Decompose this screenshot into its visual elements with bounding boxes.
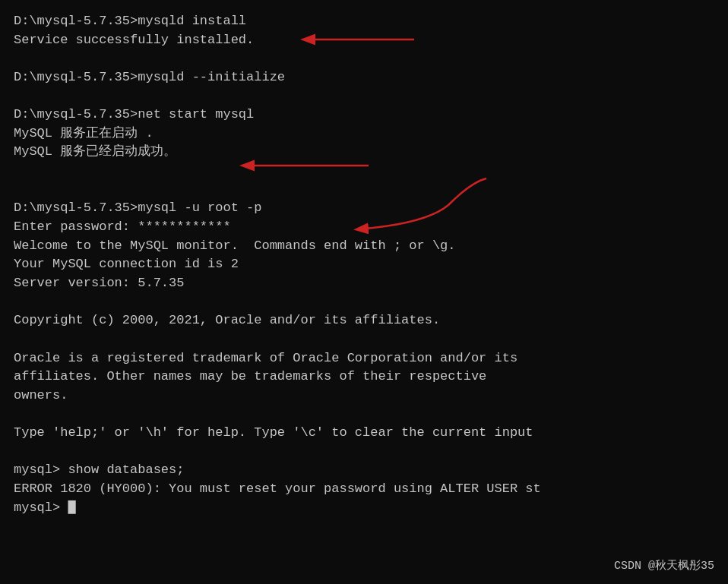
watermark: CSDN @秋天枫彤35 [614, 558, 714, 575]
terminal-line: MySQL 服务正在启动 . [14, 125, 714, 144]
arrow3 [350, 175, 502, 235]
terminal-line: Server version: 5.7.35 [14, 274, 714, 293]
terminal-line: Type 'help;' or '\h' for help. Type '\c'… [14, 424, 714, 443]
terminal-line: Copyright (c) 2000, 2021, Oracle and/or … [14, 311, 714, 330]
terminal-line [14, 87, 714, 106]
terminal-line: Your MySQL connection id is 2 [14, 255, 714, 274]
terminal-line [14, 443, 714, 462]
terminal-line: ERROR 1820 (HY000): You must reset your … [14, 480, 714, 499]
terminal-line [14, 330, 714, 349]
terminal-line [14, 293, 714, 312]
terminal-output: D:\mysql-5.7.35>mysqld installService su… [14, 12, 714, 517]
terminal-line: owners. [14, 387, 714, 406]
terminal-line: D:\mysql-5.7.35>mysqld --initialize [14, 68, 714, 87]
terminal-line: mysql> show databases; [14, 461, 714, 480]
terminal-window: D:\mysql-5.7.35>mysqld installService su… [0, 0, 728, 584]
terminal-line: Welcome to the MySQL monitor. Commands e… [14, 237, 714, 256]
terminal-line: mysql> █ [14, 499, 714, 518]
terminal-line [14, 405, 714, 424]
terminal-line: Oracle is a registered trademark of Orac… [14, 349, 714, 368]
terminal-line: affiliates. Other names may be trademark… [14, 368, 714, 387]
arrow1 [296, 26, 433, 53]
terminal-line: D:\mysql-5.7.35>net start mysql [14, 106, 714, 125]
